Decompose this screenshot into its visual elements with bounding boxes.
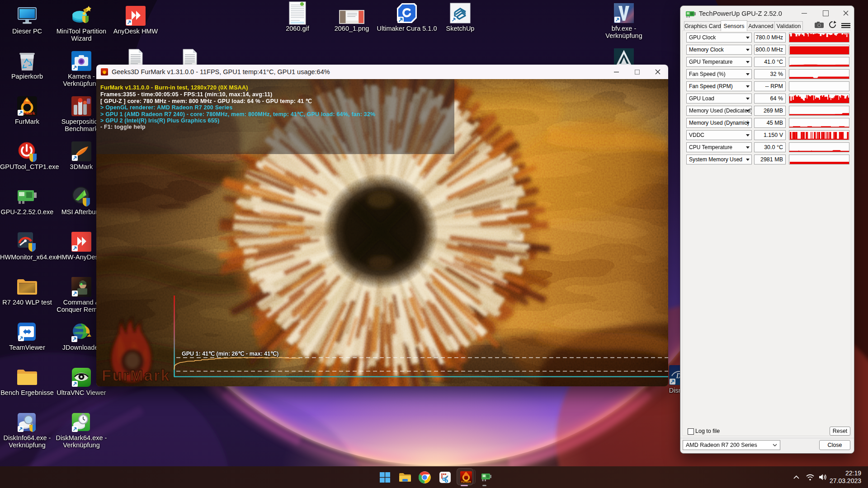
svg-text:FurMark: FurMark (461, 480, 472, 483)
svg-text:FurMark: FurMark (102, 366, 170, 384)
